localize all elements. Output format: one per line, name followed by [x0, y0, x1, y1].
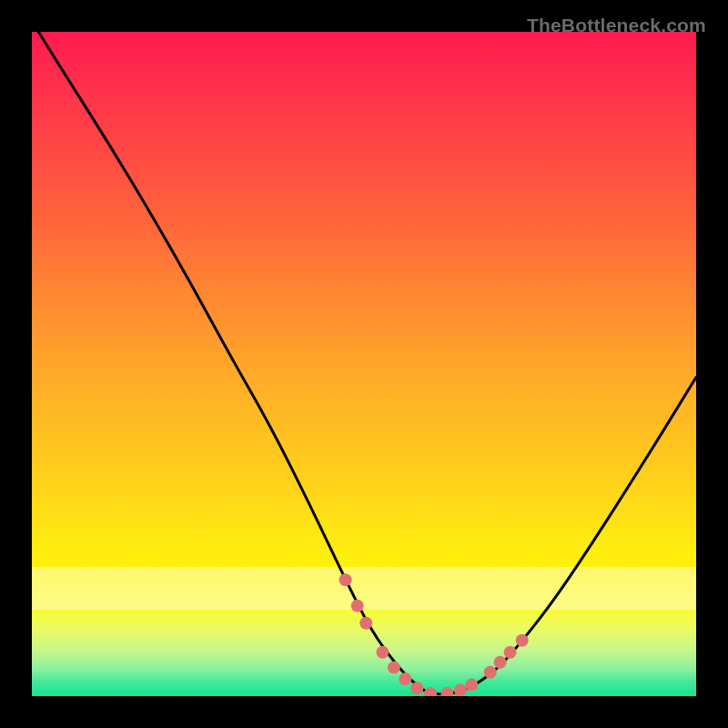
- sample-dot: [410, 682, 423, 694]
- sample-dot: [351, 600, 364, 612]
- sample-dot: [504, 646, 517, 659]
- watermark-text: TheBottleneck.com: [527, 15, 706, 36]
- sample-dot: [376, 646, 389, 659]
- sample-dot: [339, 573, 352, 586]
- sample-dot: [359, 617, 372, 630]
- sample-dot: [440, 687, 453, 696]
- sample-dot: [388, 662, 400, 674]
- plot-area: [32, 32, 696, 696]
- sample-dot: [399, 672, 411, 685]
- curve-layer: [32, 32, 696, 696]
- sample-dot: [454, 683, 467, 696]
- sample-dot: [484, 666, 497, 679]
- sample-dot: [424, 687, 437, 696]
- sample-dot: [465, 679, 478, 692]
- sample-dot: [494, 656, 507, 669]
- bottleneck-curve: [38, 32, 696, 694]
- chart-frame: TheBottleneck.com: [9, 9, 719, 719]
- sample-dot: [516, 634, 529, 647]
- sample-dots: [339, 573, 529, 696]
